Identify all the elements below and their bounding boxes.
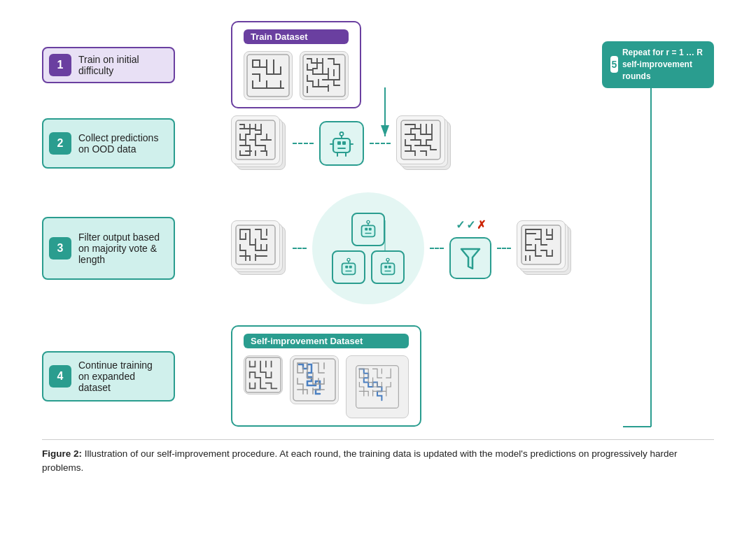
step4-label: Continue training on expanded dataset — [78, 360, 164, 393]
svg-rect-31 — [384, 266, 387, 269]
svg-rect-11 — [342, 141, 346, 145]
si-maze-2 — [290, 355, 339, 404]
step3-badge: 3 — [49, 237, 71, 260]
svg-rect-22 — [369, 228, 372, 231]
svg-rect-21 — [365, 228, 368, 231]
svg-rect-30 — [382, 263, 395, 274]
dashed-line-4 — [430, 248, 444, 249]
svg-rect-26 — [345, 266, 348, 269]
ood-maze-stack-output — [396, 115, 452, 171]
maze-simple — [244, 51, 293, 100]
section-step1: 1 Train on initial difficulty Train Data… — [42, 14, 714, 108]
diagram-container: 1 Train on initial difficulty Train Data… — [42, 14, 714, 476]
svg-rect-36 — [246, 357, 281, 392]
step4-badge: 4 — [49, 365, 71, 388]
robots-circle — [312, 192, 424, 304]
svg-rect-20 — [362, 225, 375, 236]
step1-badge: 1 — [49, 54, 71, 76]
dashed-line-1 — [293, 143, 314, 144]
vote-check1: ✓ — [456, 218, 465, 232]
filter-maze-stack-input — [231, 220, 287, 276]
robot-top — [351, 213, 385, 246]
repeat-box-container: 5 Repeat for r = 1 … R self-improvement … — [602, 41, 714, 87]
svg-point-13 — [340, 132, 344, 136]
svg-rect-27 — [349, 266, 352, 269]
svg-rect-25 — [342, 263, 356, 274]
step3-content: ✓ ✓ ✗ — [231, 192, 573, 304]
section-step2: 2 Collect predictions on OOD data — [42, 115, 714, 171]
svg-point-29 — [347, 258, 350, 261]
vote-marks: ✓ ✓ ✗ — [456, 218, 486, 232]
section-step3: 3 Filter output based on majority vote &… — [42, 192, 714, 304]
dashed-line-3 — [293, 248, 307, 249]
train-dataset-title: Train Dataset — [244, 29, 349, 44]
repeat-badge: 5 — [610, 56, 618, 73]
si-maze-3 — [346, 355, 409, 418]
step2-box: 2 Collect predictions on OOD data — [42, 118, 175, 169]
filter-maze-stack-output — [517, 220, 573, 276]
repeat-box: 5 Repeat for r = 1 … R self-improvement … — [602, 41, 714, 87]
svg-point-34 — [386, 258, 389, 261]
svg-rect-10 — [337, 141, 341, 145]
repeat-text: Repeat for r = 1 … R self-improvement ro… — [622, 47, 706, 82]
vote-filter-group: ✓ ✓ ✗ — [449, 218, 491, 279]
svg-rect-9 — [333, 138, 350, 152]
dashed-line-5 — [497, 248, 511, 249]
ood-maze-stack-input — [231, 115, 287, 171]
step2-badge: 2 — [49, 132, 71, 155]
train-dataset-area: Train Dataset — [231, 21, 361, 108]
vote-check2: ✓ — [466, 218, 475, 232]
step2-label: Collect predictions on OOD data — [78, 132, 164, 155]
robot-step2 — [319, 121, 364, 166]
maze-complex — [300, 51, 349, 100]
step3-box: 3 Filter output based on majority vote &… — [42, 217, 175, 280]
step2-content — [231, 115, 452, 171]
vote-cross: ✗ — [477, 218, 486, 232]
section-step4: 4 Continue training on expanded dataset … — [42, 325, 714, 427]
caption: Figure 2: Illustration of our self-impro… — [42, 439, 714, 476]
svg-point-24 — [367, 220, 370, 223]
self-improvement-box: Self-improvement Dataset — [231, 325, 421, 427]
step1-label: Train on initial difficulty — [78, 54, 164, 76]
robot-bottom-left — [332, 250, 365, 284]
step1-box: 1 Train on initial difficulty — [42, 47, 175, 83]
self-improvement-title: Self-improvement Dataset — [244, 334, 409, 348]
train-dataset-box: Train Dataset — [231, 21, 361, 108]
step3-label: Filter output based on majority vote & l… — [78, 232, 164, 265]
robots-bottom-row — [332, 250, 405, 284]
si-maze-row — [244, 355, 409, 418]
svg-rect-32 — [388, 266, 391, 269]
caption-bold: Figure 2: — [42, 448, 82, 459]
filter-icon — [449, 237, 491, 279]
self-improvement-area: Self-improvement Dataset — [231, 325, 421, 427]
step4-box: 4 Continue training on expanded dataset — [42, 351, 175, 402]
svg-rect-7 — [303, 55, 345, 97]
si-maze-1 — [244, 355, 283, 395]
dashed-line-2 — [370, 143, 391, 144]
caption-text: Illustration of our self-improvement pro… — [42, 448, 678, 473]
train-maze-row — [244, 51, 349, 100]
robot-bottom-right — [371, 250, 405, 284]
